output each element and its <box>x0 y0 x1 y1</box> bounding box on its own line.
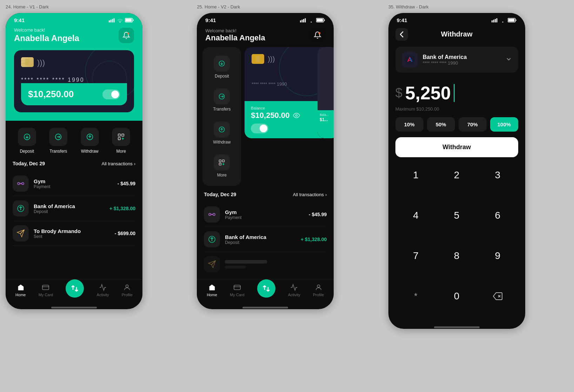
numpad-1[interactable]: 1 <box>395 163 436 187</box>
backspace-icon <box>493 292 502 300</box>
s2-boa-icon <box>204 231 220 247</box>
svg-rect-16 <box>118 134 120 136</box>
s2-transaction-gym: Gym Payment - $45.99 <box>204 202 327 227</box>
numpad-backspace[interactable] <box>477 284 518 308</box>
s2-nav-mycard[interactable]: My Card <box>230 284 245 297</box>
s2-card-toggle[interactable] <box>251 124 268 133</box>
gym-icon <box>13 175 29 192</box>
all-transactions-link[interactable]: All transactions › <box>102 161 136 166</box>
nav-mycard[interactable]: My Card <box>39 284 53 297</box>
s2-main-area: Deposit Transfers Withdraw <box>197 47 334 186</box>
back-button[interactable] <box>395 28 408 41</box>
bottom-nav: Home My Card Activity Profile <box>6 279 142 305</box>
home-indicator <box>51 307 97 308</box>
card-toggle[interactable] <box>102 89 120 99</box>
bell-icon <box>122 32 130 39</box>
dropdown-icon[interactable] <box>506 56 512 64</box>
s2-transfers-label: Transfers <box>213 107 231 112</box>
pct-50[interactable]: 50% <box>427 117 455 132</box>
s2-deposit-action[interactable]: Deposit <box>202 51 241 84</box>
withdraw-title: Withdraw <box>441 30 473 38</box>
boa-icon <box>13 200 29 217</box>
nav-profile[interactable]: Profile <box>122 284 133 297</box>
svg-rect-37 <box>219 163 221 165</box>
s2-nav-activity-label: Activity <box>288 293 300 297</box>
numpad-7[interactable]: 7 <box>395 244 436 268</box>
s2-more-action[interactable]: More <box>202 150 241 182</box>
s2-home-icon <box>208 284 216 291</box>
nav-home[interactable]: Home <box>15 284 26 297</box>
transactions-date: Today, Dec 29 <box>13 161 45 166</box>
bank-selector[interactable]: Bank of America **** **** **** 1990 <box>395 47 518 73</box>
s2-nav-profile[interactable]: Profile <box>313 284 324 297</box>
transactions-section: Today, Dec 29 All transactions › Gym Pay… <box>6 161 142 279</box>
screen2-container: 25. Home - V2 - Dark 9:41 Welcome back! … <box>191 0 382 315</box>
transfers-label: Transfers <box>49 149 67 154</box>
s2-gym-name: Gym <box>225 209 304 215</box>
notification-bell[interactable] <box>119 28 134 43</box>
more-button[interactable]: More <box>112 128 130 154</box>
s2-activity-icon <box>290 284 298 291</box>
numpad-3[interactable]: 3 <box>477 163 518 187</box>
s2-wifi-icon <box>308 18 314 22</box>
pct-10[interactable]: 10% <box>395 117 423 132</box>
home-icon <box>17 284 25 291</box>
numpad-9[interactable]: 9 <box>477 244 518 268</box>
percentage-row: 10% 50% 70% 100% <box>388 117 525 137</box>
withdraw-button[interactable]: Withdraw <box>81 128 99 154</box>
s2-nav-home[interactable]: Home <box>207 284 217 297</box>
s2-bank-card: ))) **** **** **** 1990 Balance $10,250.… <box>245 47 328 138</box>
s2-home-indicator <box>242 307 288 308</box>
numpad-4[interactable]: 4 <box>395 203 436 228</box>
screen1-phone: 9:41 Welcome back! Anabella Angela <box>6 13 142 309</box>
s2-nav-activity[interactable]: Activity <box>288 284 300 297</box>
profile-icon <box>123 284 131 291</box>
eye-icon[interactable] <box>293 112 300 119</box>
s2-deposit-label: Deposit <box>215 74 229 79</box>
transaction-boa: Bank of America Deposit + $1,328.00 <box>13 196 135 221</box>
numpad-2[interactable]: 2 <box>436 163 477 187</box>
s2-transfer-icon <box>262 284 271 293</box>
screen2-status-bar: 9:41 <box>197 13 334 25</box>
s2-transfers-icon <box>214 88 230 105</box>
s2-notification-bell[interactable] <box>310 27 325 43</box>
deposit-button[interactable]: Deposit <box>18 128 36 154</box>
s2-all-transactions-link[interactable]: All transactions › <box>293 192 327 197</box>
s2-welcome-text: Welcome back! <box>205 28 265 33</box>
screen2-phone: 9:41 Welcome back! Anabella Angela <box>197 13 334 309</box>
numpad-asterisk[interactable]: * <box>395 284 436 308</box>
s3-home-indicator <box>434 326 480 328</box>
svg-rect-44 <box>234 285 240 290</box>
bank-logo <box>402 52 418 68</box>
numpad-6[interactable]: 6 <box>477 203 518 228</box>
s2-peek-amount: $1... <box>318 117 334 122</box>
svg-rect-36 <box>222 160 225 162</box>
numpad-5[interactable]: 5 <box>436 203 477 228</box>
s2-status-icons <box>300 18 325 22</box>
transaction-brody: To Brody Armando Sent - $699.00 <box>13 221 135 246</box>
s2-transfers-action[interactable]: Transfers <box>202 84 241 117</box>
chevron-down-icon <box>506 56 512 62</box>
svg-rect-30 <box>317 19 323 22</box>
gym-type: Payment <box>34 184 113 189</box>
screen1-container: 24. Home - V1 - Dark 9:41 Welcome back! … <box>0 0 191 315</box>
s2-withdraw-action[interactable]: Withdraw <box>202 117 241 150</box>
pct-70[interactable]: 70% <box>459 117 487 132</box>
transfer-icon <box>71 284 79 293</box>
s2-battery-icon <box>316 18 325 22</box>
numpad-0[interactable]: 0 <box>436 284 477 308</box>
s3-wifi-icon <box>500 18 506 22</box>
s2-nav-center-button[interactable] <box>257 279 275 298</box>
nav-center-button[interactable] <box>66 279 84 298</box>
s2-profile-icon <box>315 284 322 291</box>
pct-100[interactable]: 100% <box>490 117 518 132</box>
chip-icon <box>21 57 34 68</box>
withdraw-action-button[interactable]: Withdraw <box>395 137 518 157</box>
s2-partial-icon <box>204 256 220 272</box>
numpad-8[interactable]: 8 <box>436 244 477 268</box>
nav-activity[interactable]: Activity <box>97 284 109 297</box>
s2-transaction-partial <box>204 252 327 277</box>
more-icon <box>112 128 130 146</box>
transfers-button[interactable]: Transfers <box>49 128 67 154</box>
transaction-gym: Gym Payment - $45.99 <box>13 171 135 196</box>
